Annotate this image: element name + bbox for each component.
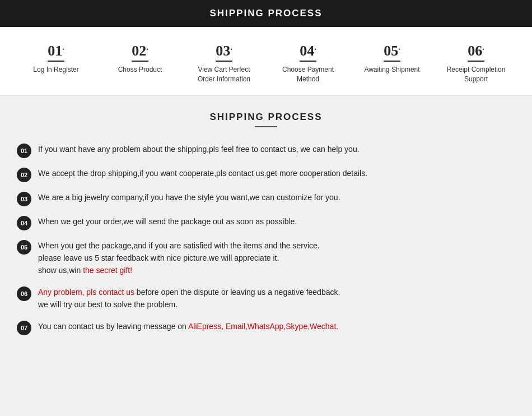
info-item-7: 07You can contact us by leaving message … bbox=[17, 320, 515, 335]
page-header: SHIPPING PROCESS bbox=[0, 0, 532, 27]
secret-gift-text: the secret gift! bbox=[83, 266, 132, 275]
step-label-3: View Cart Perfect Order Information bbox=[193, 65, 255, 84]
header-title: SHIPPING PROCESS bbox=[209, 8, 322, 19]
step-label-6: Receipt Completion Support bbox=[445, 65, 507, 84]
info-text-4: When we get your order,we will send the … bbox=[38, 215, 297, 228]
bullet-6: 06 bbox=[17, 286, 31, 301]
info-text-5: When you get the package,and if you are … bbox=[38, 239, 320, 277]
info-text-1: If you want have any problem about the s… bbox=[38, 143, 360, 155]
step-number-4: 04. bbox=[300, 43, 316, 62]
section-title: SHIPPING PROCESS bbox=[209, 112, 322, 127]
step-label-4: Choose Payment Method bbox=[277, 65, 339, 84]
steps-container: 01.Log In Register02.Choss Product03.Vie… bbox=[14, 43, 518, 84]
info-item-1: 01If you want have any problem about the… bbox=[17, 143, 515, 158]
contact-links-text: AliEpress, Email,WhatsApp,Skype,Wechat. bbox=[188, 322, 338, 331]
step-item-4: 04.Choose Payment Method bbox=[266, 43, 350, 84]
info-item-3: 03We are a big jewelry company,if you ha… bbox=[17, 191, 515, 206]
step-label-2: Choss Product bbox=[118, 65, 162, 75]
step-number-1: 01. bbox=[48, 43, 64, 62]
section-title-wrapper: SHIPPING PROCESS bbox=[0, 96, 532, 137]
info-item-5: 05When you get the package,and if you ar… bbox=[17, 239, 515, 277]
step-item-2: 02.Choss Product bbox=[98, 43, 182, 75]
info-item-2: 02We accept the drop shipping,if you wan… bbox=[17, 167, 515, 182]
bullet-4: 04 bbox=[17, 216, 31, 230]
step-label-5: Awaiting Shipment bbox=[364, 65, 419, 75]
step-label-1: Log In Register bbox=[33, 65, 78, 75]
info-text-6: Any problem, pls contact us before open … bbox=[38, 286, 340, 311]
info-item-6: 06Any problem, pls contact us before ope… bbox=[17, 286, 515, 311]
steps-section: 01.Log In Register02.Choss Product03.Vie… bbox=[0, 27, 532, 96]
step-number-5: 05. bbox=[384, 43, 400, 62]
info-text-7: You can contact us by leaving message on… bbox=[38, 320, 338, 332]
info-item-4: 04When we get your order,we will send th… bbox=[17, 215, 515, 230]
step-number-3: 03. bbox=[216, 43, 232, 62]
info-section: 01If you want have any problem about the… bbox=[0, 137, 532, 361]
step-number-2: 02. bbox=[132, 43, 148, 62]
info-text-3: We are a big jewelry company,if you have… bbox=[38, 191, 340, 204]
info-text-2: We accept the drop shipping,if you want … bbox=[38, 167, 367, 179]
contact-red-text: Any problem, pls contact us bbox=[38, 288, 134, 297]
bullet-3: 03 bbox=[17, 192, 31, 206]
step-item-6: 06.Receipt Completion Support bbox=[434, 43, 518, 84]
bullet-1: 01 bbox=[17, 144, 31, 158]
step-item-3: 03.View Cart Perfect Order Information bbox=[182, 43, 266, 84]
bullet-5: 05 bbox=[17, 240, 31, 255]
step-item-1: 01.Log In Register bbox=[14, 43, 98, 75]
step-item-5: 05.Awaiting Shipment bbox=[350, 43, 434, 75]
bullet-2: 02 bbox=[17, 168, 31, 182]
step-number-6: 06. bbox=[468, 43, 484, 62]
bullet-7: 07 bbox=[17, 321, 31, 335]
